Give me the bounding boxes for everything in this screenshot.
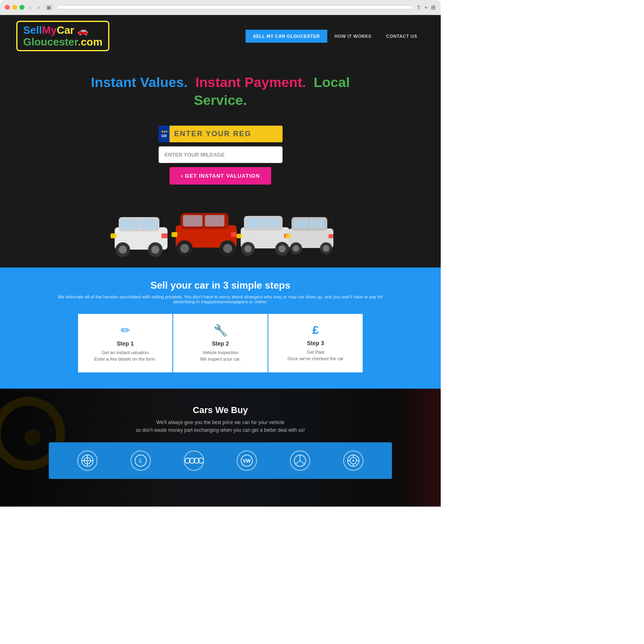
svg-text:VW: VW — [243, 458, 251, 464]
forward-button[interactable]: › — [36, 3, 41, 11]
svg-rect-39 — [329, 234, 333, 238]
step-3-name: Step 3 — [275, 340, 356, 346]
logo-line2: Gloucester.com — [23, 36, 102, 48]
gb-label: GB — [161, 134, 167, 138]
logo-line1: SellMyCar 🚗 — [23, 24, 102, 36]
address-bar[interactable] — [57, 5, 413, 9]
svg-point-5 — [119, 246, 127, 254]
svg-rect-8 — [111, 233, 117, 238]
hero-service: Service. — [194, 92, 247, 108]
svg-point-58 — [352, 460, 354, 461]
logo-my: My — [42, 24, 57, 36]
svg-line-55 — [300, 461, 305, 464]
step-1-desc: Get an instant valuation Enter a few det… — [85, 349, 166, 363]
back-button[interactable]: ‹ — [28, 3, 33, 11]
svg-point-17 — [223, 244, 232, 253]
svg-line-54 — [295, 461, 300, 464]
header: SellMyCar 🚗 Gloucester.com SELL MY CAR G… — [0, 15, 441, 57]
page: SellMyCar 🚗 Gloucester.com SELL MY CAR G… — [0, 15, 441, 507]
share-icon[interactable]: ⇧ — [416, 4, 421, 11]
svg-rect-38 — [285, 234, 290, 238]
svg-rect-2 — [121, 219, 139, 229]
svg-point-15 — [180, 244, 189, 253]
svg-rect-9 — [161, 233, 168, 238]
new-tab-icon[interactable]: + — [424, 4, 428, 11]
browser-actions: ⇧ + ⊞ — [416, 4, 436, 11]
steps-subtitle: We eliminate all of the hassles associat… — [58, 294, 383, 304]
gb-plate: ★★★ GB — [159, 126, 170, 142]
svg-point-25 — [244, 245, 252, 252]
svg-rect-18 — [172, 232, 177, 237]
svg-rect-22 — [246, 218, 261, 228]
logo-sell: Sell — [23, 24, 42, 36]
svg-text:L: L — [139, 458, 142, 464]
svg-point-37 — [323, 245, 329, 252]
cars-svg — [107, 197, 334, 258]
step-1-icon: ✏ — [85, 324, 166, 337]
cars-illustration — [8, 193, 433, 259]
step-2-desc: Vehicle Inspection We inspect your car. — [180, 349, 261, 363]
svg-rect-33 — [310, 219, 324, 228]
svg-rect-28 — [237, 234, 242, 238]
nav-contact-us[interactable]: CONTACT US — [379, 30, 424, 43]
logo-dot: . — [78, 36, 80, 48]
step-2-card: 🔧 Step 2 Vehicle Inspection We inspect y… — [173, 314, 268, 372]
svg-rect-23 — [263, 218, 279, 228]
close-dot[interactable] — [5, 5, 10, 10]
logo[interactable]: SellMyCar 🚗 Gloucester.com — [16, 21, 109, 51]
reg-input-wrap: ★★★ GB — [159, 126, 283, 142]
brands-strip: L VW — [49, 442, 392, 479]
logo-com: com — [81, 36, 102, 48]
brand-audi — [184, 450, 204, 471]
browser-dots — [5, 5, 24, 10]
step-1-name: Step 1 — [85, 340, 166, 347]
cars-buy-section: Cars We Buy We'll always give you the be… — [0, 389, 441, 507]
svg-point-7 — [151, 246, 159, 254]
steps-section: Sell your car in 3 simple steps We elimi… — [0, 268, 441, 389]
reg-input[interactable] — [170, 126, 283, 142]
mileage-input[interactable] — [159, 146, 283, 163]
tab-switcher[interactable]: ▦ — [44, 4, 53, 11]
svg-rect-32 — [294, 219, 308, 228]
step-1-card: ✏ Step 1 Get an instant valuation Enter … — [78, 314, 172, 372]
step-3-icon: £ — [275, 324, 356, 337]
nav-how-it-works[interactable]: HOW IT WORKS — [327, 30, 379, 43]
hero-section: Instant Values. Instant Payment. Local S… — [0, 57, 441, 267]
svg-rect-19 — [231, 232, 237, 237]
cars-buy-content: Cars We Buy We'll always give you the be… — [0, 389, 441, 479]
brand-mercedes — [290, 450, 310, 471]
step-2-icon: 🔧 — [180, 324, 261, 337]
hero-local-service: Local — [314, 74, 350, 90]
nav-sell-my-car[interactable]: SELL MY CAR GLOUCESTER — [246, 30, 327, 43]
step-3-desc: Get Paid Once we've checked the car — [275, 349, 356, 362]
gb-stars: ★★★ — [161, 130, 167, 133]
brand-vw: VW — [237, 450, 257, 471]
svg-rect-12 — [183, 215, 202, 226]
svg-point-35 — [293, 245, 299, 252]
step-3-card: £ Step 3 Get Paid Once we've checked the… — [268, 314, 363, 372]
hero-instant-payment: Instant Payment. — [196, 74, 306, 90]
svg-rect-13 — [205, 215, 224, 226]
brand-jeep — [77, 450, 98, 471]
browser-chrome: ‹ › ▦ ⇧ + ⊞ — [0, 0, 441, 15]
logo-container: SellMyCar 🚗 Gloucester.com — [23, 24, 102, 48]
grid-icon[interactable]: ⊞ — [431, 4, 436, 11]
cars-buy-title: Cars We Buy — [8, 405, 433, 416]
minimize-dot[interactable] — [12, 5, 17, 10]
steps-grid: ✏ Step 1 Get an instant valuation Enter … — [78, 314, 363, 372]
nav: SELL MY CAR GLOUCESTER HOW IT WORKS CONT… — [246, 30, 424, 43]
step-2-name: Step 2 — [180, 340, 261, 347]
logo-car: Car — [57, 24, 74, 36]
steps-title: Sell your car in 3 simple steps — [16, 280, 424, 291]
valuation-form: ★★★ GB › GET INSTANT VALUATION — [8, 122, 433, 193]
brand-mini — [343, 450, 363, 471]
svg-point-27 — [278, 245, 286, 252]
hero-instant-values: Instant Values. — [91, 74, 188, 90]
cta-button[interactable]: › GET INSTANT VALUATION — [170, 167, 271, 185]
hero-headline: Instant Values. Instant Payment. Local S… — [8, 73, 433, 109]
maximize-dot[interactable] — [20, 5, 24, 10]
svg-rect-3 — [141, 219, 157, 229]
logo-gloucester: Gloucester — [23, 36, 78, 48]
cars-buy-subtitle: We'll always give you the best price we … — [8, 419, 433, 434]
brand-lexus: L — [131, 450, 151, 471]
